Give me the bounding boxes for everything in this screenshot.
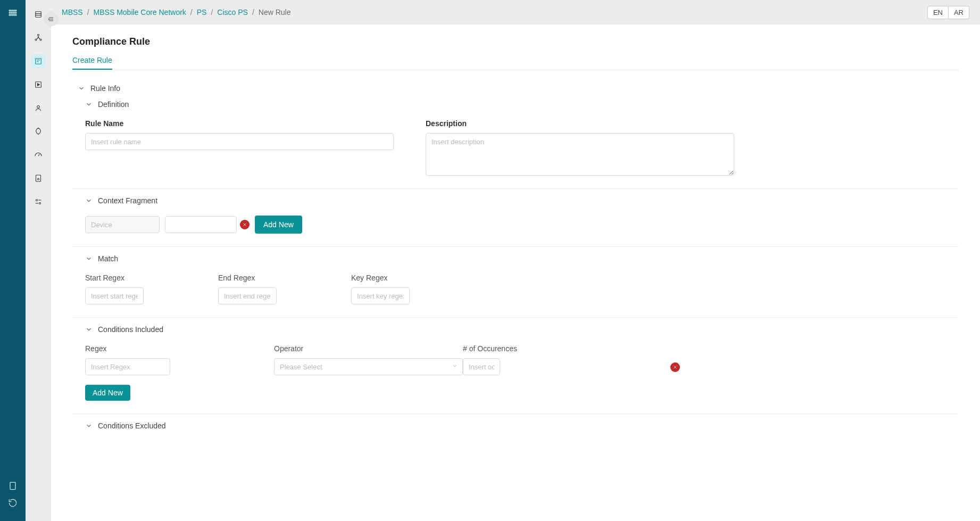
svg-rect-7 [36, 12, 41, 18]
definition-body: Rule Name Description [72, 119, 959, 176]
section-title: Context Fragment [98, 196, 157, 205]
label-cond-occurrences: # of Occurences [463, 344, 670, 353]
section-header-conditions-excluded[interactable]: Conditions Excluded [72, 421, 959, 430]
add-new-fragment-button[interactable]: Add New [255, 216, 302, 234]
chevron-down-icon [452, 363, 458, 371]
nav-item-user-icon[interactable] [31, 101, 45, 115]
nav-item-report-icon[interactable] [31, 171, 45, 185]
field-cond-operator: Operator Please Select [274, 344, 463, 375]
cond-operator-select[interactable]: Please Select [274, 358, 463, 375]
field-end-regex: End Regex [218, 274, 277, 304]
chevron-down-icon [85, 326, 93, 333]
condition-row: Regex Operator Please Select # of Occure… [85, 344, 959, 375]
rail-refresh-icon[interactable] [5, 495, 20, 510]
field-description: Description [426, 119, 959, 176]
section-title: Definition [98, 100, 129, 109]
svg-line-20 [38, 154, 39, 156]
chevron-down-icon [85, 422, 93, 429]
section-title: Conditions Excluded [98, 421, 166, 430]
chevron-down-icon [85, 197, 93, 204]
breadcrumb-link[interactable]: MBSS [62, 8, 83, 16]
svg-marker-17 [38, 84, 40, 86]
chevron-down-icon [78, 85, 85, 92]
select-placeholder: Please Select [280, 363, 322, 371]
nav-item-play-icon[interactable] [31, 78, 45, 92]
cond-regex-input[interactable] [85, 358, 170, 375]
nav-item-compliance-icon[interactable] [31, 54, 45, 68]
rail-bottom-group [5, 478, 20, 516]
section-header-definition[interactable]: Definition [72, 100, 959, 109]
svg-point-25 [39, 203, 41, 204]
label-key-regex: Key Regex [351, 274, 410, 282]
section-header-match[interactable]: Match [72, 254, 959, 263]
remove-fragment-button[interactable] [240, 220, 250, 229]
nav-item-settings-icon[interactable] [31, 195, 45, 209]
app-rail [0, 0, 26, 521]
svg-marker-19 [36, 128, 41, 134]
breadcrumb-current: New Rule [259, 8, 291, 16]
svg-point-18 [37, 106, 40, 109]
breadcrumb-link[interactable]: MBSS Mobile Core Network [94, 8, 186, 16]
add-new-condition-button[interactable]: Add New [85, 385, 130, 401]
field-cond-regex: Regex [85, 344, 274, 375]
section-match: Match Start Regex End Regex Key Regex [72, 247, 959, 318]
svg-rect-13 [36, 59, 41, 64]
side-nav [26, 0, 51, 521]
breadcrumb: MBSS / MBSS Mobile Core Network / PS / C… [62, 8, 291, 16]
label-rule-name: Rule Name [85, 119, 394, 128]
start-regex-input[interactable] [85, 287, 144, 304]
nav-item-gauge-icon[interactable] [31, 148, 45, 162]
svg-rect-3 [10, 482, 15, 489]
label-start-regex: Start Regex [85, 274, 144, 282]
end-regex-input[interactable] [218, 287, 277, 304]
chevron-down-icon [85, 255, 93, 262]
rail-top-group [5, 5, 20, 20]
main-area: MBSS / MBSS Mobile Core Network / PS / C… [51, 0, 980, 521]
label-cond-operator: Operator [274, 344, 463, 353]
rail-doc-icon[interactable] [5, 478, 20, 493]
breadcrumb-sep: / [87, 8, 89, 16]
section-header-conditions-included[interactable]: Conditions Included [72, 325, 959, 334]
content-scroll[interactable]: Compliance Rule Create Rule Rule Info De… [51, 24, 980, 521]
language-switch: EN AR [927, 6, 969, 19]
field-key-regex: Key Regex [351, 274, 410, 304]
field-start-regex: Start Regex [85, 274, 144, 304]
key-regex-input[interactable] [351, 287, 410, 304]
section-header-rule-info[interactable]: Rule Info [72, 84, 959, 93]
svg-point-10 [38, 34, 39, 36]
lang-ar-button[interactable]: AR [949, 6, 969, 19]
context-fragment-row: Add New [72, 216, 959, 234]
section-header-context-fragment[interactable]: Context Fragment [72, 196, 959, 205]
breadcrumb-sep: / [211, 8, 213, 16]
rule-name-input[interactable] [85, 133, 394, 150]
breadcrumb-sep: / [190, 8, 193, 16]
svg-rect-0 [9, 10, 16, 11]
svg-point-23 [36, 200, 38, 201]
device-input [85, 216, 160, 233]
label-cond-regex: Regex [85, 344, 274, 353]
remove-condition-button[interactable] [670, 362, 680, 372]
svg-point-22 [38, 178, 39, 180]
rail-menu-icon[interactable] [5, 5, 20, 20]
tab-create-rule[interactable]: Create Rule [72, 56, 112, 70]
field-cond-occurrences: # of Occurences [463, 344, 670, 375]
section-title: Match [98, 254, 118, 263]
lang-en-button[interactable]: EN [927, 6, 949, 19]
fragment-value-input[interactable] [165, 216, 237, 233]
section-title: Conditions Included [98, 325, 163, 334]
breadcrumb-link[interactable]: PS [197, 8, 207, 16]
collapse-toggle[interactable] [45, 13, 57, 26]
nav-item-topology-icon[interactable] [31, 31, 45, 45]
breadcrumb-link[interactable]: Cisco PS [217, 8, 248, 16]
label-end-regex: End Regex [218, 274, 277, 282]
cond-occurrences-input[interactable] [463, 358, 500, 375]
section-title: Rule Info [90, 84, 120, 93]
top-bar: MBSS / MBSS Mobile Core Network / PS / C… [51, 0, 980, 24]
description-textarea[interactable] [426, 133, 734, 176]
section-definition: Definition Rule Name Description [72, 100, 959, 189]
conditions-included-body: Regex Operator Please Select # of Occure… [72, 344, 959, 401]
nav-item-list-icon[interactable] [31, 7, 45, 21]
field-rule-name: Rule Name [85, 119, 394, 176]
nav-item-badge-icon[interactable] [31, 125, 45, 138]
match-body: Start Regex End Regex Key Regex [72, 274, 959, 304]
